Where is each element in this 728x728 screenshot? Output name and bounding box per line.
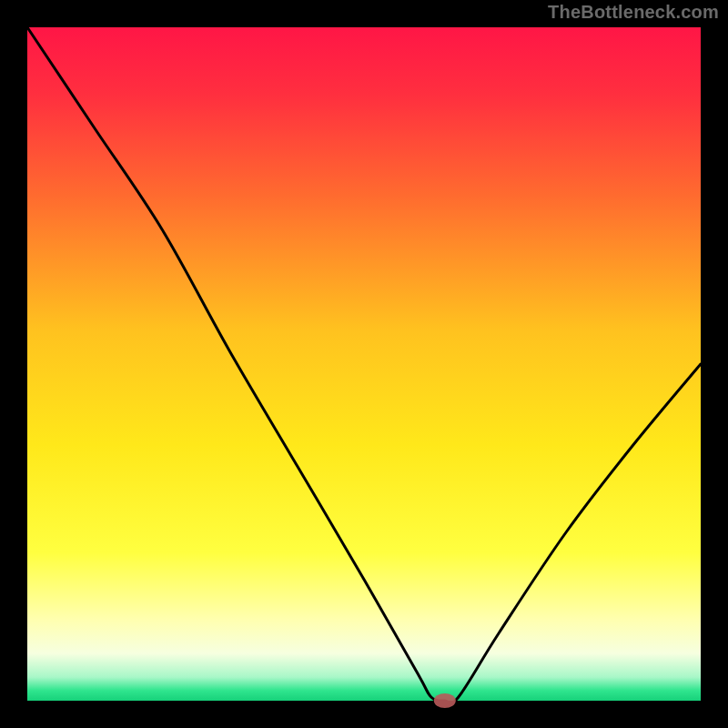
- bottleneck-chart: [0, 0, 728, 728]
- watermark-text: TheBottleneck.com: [548, 2, 719, 23]
- chart-frame: TheBottleneck.com: [0, 0, 728, 728]
- optimal-marker: [434, 693, 456, 708]
- plot-background: [27, 27, 701, 701]
